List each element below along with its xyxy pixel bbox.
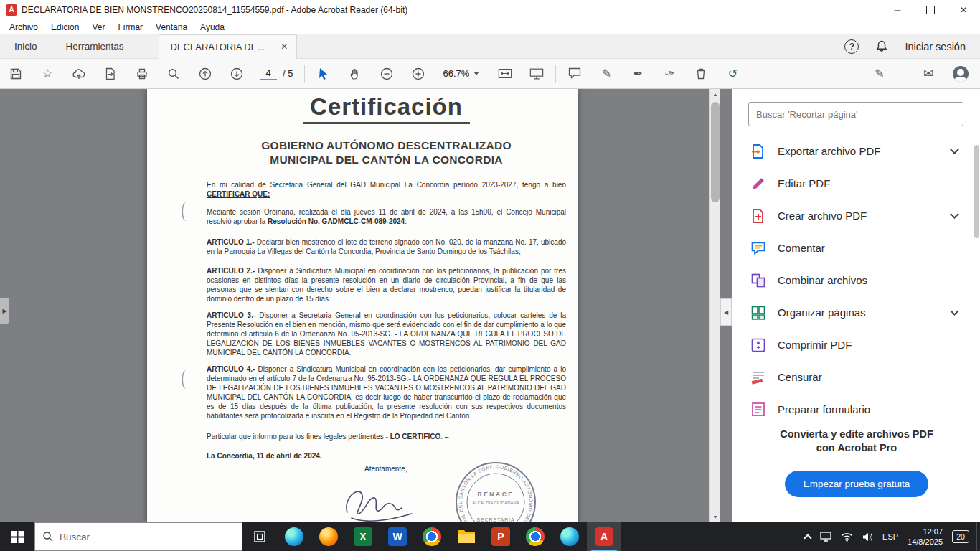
sign-tool-icon[interactable]	[631, 67, 645, 81]
taskbar-app-file-explorer[interactable]	[449, 522, 484, 551]
tool-comprimir-pdf[interactable]: Comprimir PDF	[732, 329, 974, 361]
intro-lead: En mi calidad de Secretaria General del …	[207, 181, 566, 189]
notification-count-badge[interactable]: 20	[952, 530, 969, 543]
navigation-pane-toggle[interactable]	[0, 298, 9, 324]
taskbar-app-chrome-2[interactable]	[518, 522, 552, 551]
tool-organizar-paginas[interactable]: Organizar páginas	[732, 296, 974, 329]
menu-ayuda[interactable]: Ayuda	[194, 20, 231, 34]
scroll-down-arrow-icon[interactable]: ▼	[710, 512, 721, 522]
select-tool-button[interactable]	[316, 67, 331, 81]
chevron-down-icon[interactable]	[950, 209, 959, 219]
panel-scrollbar-thumb[interactable]	[974, 145, 979, 238]
document-scrollbar[interactable]: ▲ ▼	[709, 89, 720, 522]
notifications-bell-icon[interactable]	[875, 39, 889, 54]
articulo-1-label: ARTICULO 1.-	[207, 238, 255, 246]
document-viewer[interactable]: Certificación GOBIERNO AUTÓNOMO DESCENTR…	[0, 89, 732, 522]
tools-panel-toggle[interactable]	[720, 298, 732, 326]
menu-firmar[interactable]: Firmar	[111, 20, 149, 34]
tool-comentar[interactable]: Comentar	[732, 232, 974, 264]
panel-scrollbar[interactable]	[974, 89, 980, 522]
minimize-button[interactable]	[881, 0, 914, 20]
tab-herramientas[interactable]: Herramientas	[52, 34, 138, 59]
taskbar-app-word[interactable]	[380, 522, 415, 551]
taskbar-search[interactable]	[34, 522, 242, 551]
fit-width-button[interactable]	[498, 67, 512, 81]
zoom-out-button[interactable]	[380, 67, 394, 81]
taskbar-search-input[interactable]	[60, 532, 217, 542]
previous-page-button[interactable]	[198, 67, 212, 81]
session-tail: :	[405, 217, 407, 225]
menu-ver[interactable]: Ver	[85, 20, 111, 34]
tool-editar-pdf[interactable]: Editar PDF	[732, 167, 974, 199]
task-view-button[interactable]	[242, 522, 277, 551]
scroll-up-arrow-icon[interactable]: ▲	[710, 89, 721, 100]
chevron-down-icon[interactable]	[950, 145, 959, 154]
organize-pages-icon	[750, 304, 767, 321]
delete-pages-icon[interactable]	[694, 67, 708, 81]
save-button[interactable]	[9, 67, 23, 81]
start-free-trial-button[interactable]: Empezar prueba gratuita	[785, 471, 929, 497]
account-avatar-icon[interactable]	[953, 66, 969, 82]
tool-exportar-pdf[interactable]: Exportar archivo PDF	[732, 135, 974, 167]
tool-label: Comentar	[778, 242, 825, 254]
taskbar-app-firefox[interactable]	[311, 522, 346, 551]
taskbar-app-edge-2[interactable]	[552, 522, 587, 551]
hidden-icons-chevron[interactable]	[804, 534, 811, 542]
help-icon[interactable]	[844, 39, 859, 54]
tool-label: Organizar páginas	[778, 306, 866, 319]
stamp-center-line-1: RENACE	[478, 491, 514, 498]
language-indicator[interactable]: ESP	[882, 532, 898, 541]
rotate-refresh-icon[interactable]	[725, 67, 740, 81]
email-icon[interactable]	[921, 67, 936, 81]
tab-document[interactable]: DECLARATORIA DE...	[159, 34, 298, 59]
menu-ventana[interactable]: Ventana	[149, 20, 194, 34]
send-for-signature-icon[interactable]	[872, 67, 887, 81]
toolbar-separator	[555, 65, 556, 83]
sign-in-button[interactable]: Iniciar sesión	[905, 41, 966, 52]
display-icon[interactable]	[820, 532, 831, 542]
articulo-4-text: Disponer a Sindicatura Municipal en coor…	[207, 365, 566, 420]
favorites-star-icon[interactable]	[40, 67, 55, 81]
zoom-level-dropdown[interactable]: 66.7%	[443, 68, 479, 79]
next-page-button[interactable]	[230, 67, 244, 81]
start-button[interactable]	[0, 522, 34, 551]
show-desktop-button[interactable]	[976, 522, 980, 551]
close-button[interactable]	[947, 0, 980, 20]
taskbar-clock[interactable]: 12:07 14/8/2025	[908, 527, 943, 547]
fill-sign-tool-icon[interactable]	[662, 67, 677, 81]
chevron-down-icon[interactable]	[950, 306, 959, 316]
share-cloud-icon[interactable]	[72, 67, 86, 81]
tab-inicio[interactable]: Inicio	[0, 34, 52, 59]
taskbar-app-powerpoint[interactable]	[484, 522, 518, 551]
highlight-tool-icon[interactable]	[599, 67, 613, 81]
comment-bubble-icon[interactable]	[567, 67, 582, 81]
wifi-icon[interactable]	[841, 532, 853, 542]
volume-icon[interactable]	[862, 532, 873, 542]
menu-edicion[interactable]: Edición	[44, 20, 85, 34]
scrollbar-thumb[interactable]	[711, 102, 720, 202]
tool-preparar-formulario[interactable]: Preparar formulario	[732, 393, 974, 416]
search-magnifier-icon[interactable]	[166, 67, 181, 81]
taskbar-app-excel[interactable]	[346, 522, 380, 551]
tool-crear-pdf[interactable]: Crear archivo PDF	[732, 199, 974, 232]
taskbar-app-edge[interactable]	[277, 522, 311, 551]
reading-mode-button[interactable]	[529, 67, 544, 81]
articulo-2-label: ARTICULO 2.-	[207, 267, 255, 275]
tab-close-icon[interactable]	[281, 42, 288, 52]
tools-search-input[interactable]	[748, 102, 963, 126]
zoom-in-button[interactable]	[411, 67, 425, 81]
tool-combinar-archivos[interactable]: Combinar archivos	[732, 264, 974, 296]
tool-censurar[interactable]: Censurar	[732, 361, 974, 393]
clock-date: 14/8/2025	[908, 537, 943, 547]
print-button[interactable]	[135, 67, 149, 81]
taskbar-app-acrobat[interactable]	[587, 522, 621, 551]
hand-tool-button[interactable]	[348, 67, 362, 81]
paragraph-articulo-3: ARTICULO 3.- Disponer a Secretaria Gener…	[207, 311, 566, 357]
chevron-down-icon	[473, 72, 479, 75]
menu-archivo[interactable]: Archivo	[3, 20, 44, 34]
edge-icon	[285, 527, 303, 546]
maximize-button[interactable]	[914, 0, 947, 20]
page-number-input[interactable]: 4	[260, 67, 277, 80]
taskbar-app-chrome[interactable]	[415, 522, 449, 551]
export-page-icon[interactable]	[103, 67, 118, 81]
